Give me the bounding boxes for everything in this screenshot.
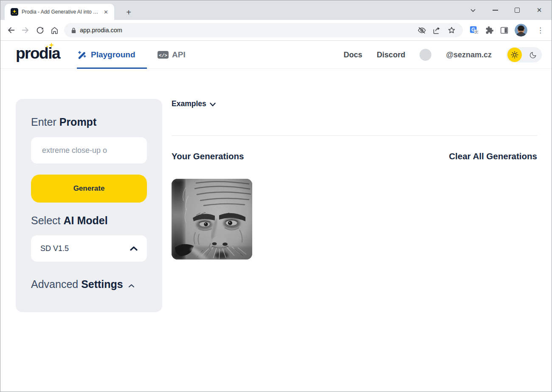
address-bar[interactable]: app.prodia.com: [64, 23, 463, 37]
window-chevron-icon[interactable]: [468, 6, 478, 15]
bookmark-star-icon[interactable]: [447, 26, 456, 35]
active-tab-underline: [77, 68, 147, 69]
maximize-button[interactable]: [513, 6, 522, 15]
examples-toggle[interactable]: Examples: [172, 99, 216, 108]
browser-toolbar: app.prodia.com G文: [0, 20, 552, 41]
profile-avatar[interactable]: [515, 24, 527, 37]
examples-label: Examples: [172, 99, 206, 108]
magic-wand-icon: [77, 50, 87, 60]
enter-prompt-heading: Enter Prompt: [31, 116, 96, 128]
url-text[interactable]: app.prodia.com: [80, 27, 417, 34]
section-divider: [172, 135, 537, 136]
prompt-input[interactable]: [31, 137, 147, 164]
back-button[interactable]: [4, 23, 18, 37]
chevron-up-icon: [130, 246, 138, 251]
advanced-settings-toggle[interactable]: Advanced Settings: [31, 278, 135, 290]
account-email[interactable]: @seznam.cz: [446, 51, 492, 59]
playground-label: Playground: [91, 50, 135, 59]
advanced-settings-label: Advanced Settings: [31, 278, 123, 290]
tab-api[interactable]: </> API: [158, 41, 186, 68]
lock-icon: [71, 27, 76, 34]
site-header: prodia Playground </> API Docs Discord @…: [0, 41, 552, 69]
tab-strip: Prodia - Add Generative AI into your App…: [0, 0, 552, 20]
browser-tab[interactable]: Prodia - Add Generative AI into your App…: [5, 4, 114, 20]
model-selected-value: SD V1.5: [40, 244, 69, 253]
home-button[interactable]: [47, 23, 62, 37]
extensions-puzzle-icon[interactable]: [485, 26, 494, 35]
forward-button[interactable]: [18, 23, 33, 37]
generations-heading: Your Generations: [172, 151, 244, 161]
tab-close-icon[interactable]: ✕: [102, 8, 110, 16]
docs-link[interactable]: Docs: [344, 51, 362, 59]
credits-circle: [420, 49, 431, 61]
tab-playground[interactable]: Playground: [77, 41, 135, 68]
discord-link[interactable]: Discord: [377, 51, 405, 59]
side-panel-icon[interactable]: [500, 26, 509, 35]
browser-window: Prodia - Add Generative AI into your App…: [0, 0, 552, 392]
light-mode-sun-icon[interactable]: [507, 48, 522, 62]
api-label: API: [172, 50, 186, 59]
tab-title: Prodia - Add Generative AI into your App: [22, 9, 99, 15]
code-icon: </>: [158, 51, 169, 59]
window-controls: ✕: [468, 0, 548, 20]
prompt-panel: Enter Prompt Generate Select AI Model SD…: [16, 99, 162, 312]
reload-button[interactable]: [33, 23, 47, 37]
share-icon[interactable]: [432, 26, 441, 35]
minimize-button[interactable]: [490, 6, 500, 15]
translate-icon[interactable]: G文: [470, 25, 479, 35]
clear-all-generations-button[interactable]: Clear All Generations: [449, 151, 537, 161]
model-select[interactable]: SD V1.5: [31, 235, 147, 262]
prodia-favicon-icon: [11, 8, 18, 16]
svg-text:文: 文: [475, 30, 478, 34]
eye-off-icon[interactable]: [417, 26, 426, 35]
generate-button[interactable]: Generate: [31, 175, 147, 203]
select-model-heading: Select AI Model: [31, 214, 108, 227]
chevron-down-icon: [210, 102, 216, 107]
chevron-up-small-icon: [128, 284, 135, 288]
generation-thumbnail[interactable]: [172, 179, 252, 259]
browser-menu-icon[interactable]: ⋮: [533, 26, 547, 35]
close-window-button[interactable]: ✕: [535, 6, 544, 15]
dark-mode-moon-icon[interactable]: [527, 48, 539, 61]
theme-toggle[interactable]: [506, 47, 542, 62]
logo-sparkle-icon: [41, 42, 56, 53]
new-tab-button[interactable]: +: [124, 8, 134, 18]
svg-text:</>: </>: [159, 53, 167, 58]
